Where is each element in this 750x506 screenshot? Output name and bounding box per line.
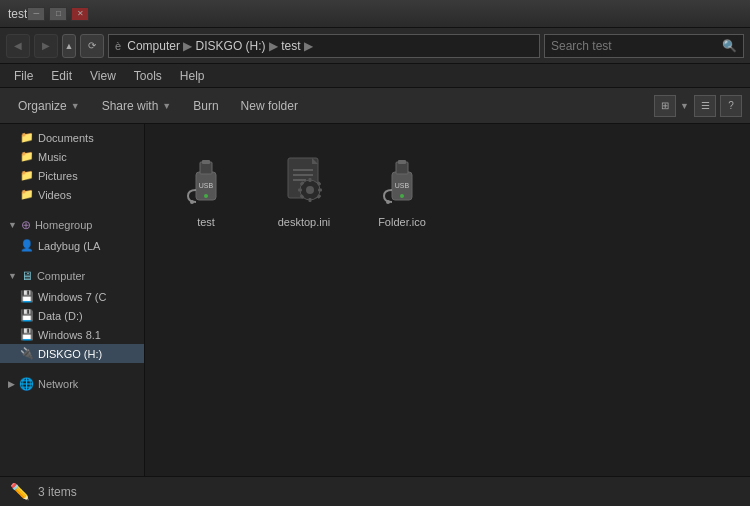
svg-point-5: [190, 200, 194, 204]
menu-tools[interactable]: Tools: [126, 67, 170, 85]
sidebar-item-pictures[interactable]: 📁 Pictures: [0, 166, 144, 185]
status-bar: ✏️ 3 items: [0, 476, 750, 506]
file-icon-folder-ico: USB: [370, 148, 434, 212]
file-item-folder-ico[interactable]: USB Folder.ico: [357, 140, 447, 236]
help-button[interactable]: ?: [720, 95, 742, 117]
sidebar: 📁 Documents 📁 Music 📁 Pictures 📁 Videos …: [0, 124, 145, 476]
svg-rect-16: [318, 189, 322, 192]
maximize-button[interactable]: □: [49, 7, 67, 21]
svg-text:USB: USB: [395, 182, 410, 189]
file-label-desktop-ini: desktop.ini: [278, 216, 331, 228]
drive-icon: 💾: [20, 290, 34, 303]
homegroup-icon: ⊕: [21, 218, 31, 232]
title-bar: test ─ □ ✕: [0, 0, 750, 28]
sidebar-section-computer: ▼ 🖥 Computer 💾 Windows 7 (C 💾 Data (D:) …: [0, 265, 144, 363]
svg-point-25: [400, 194, 404, 198]
search-box[interactable]: Search test 🔍: [544, 34, 744, 58]
address-bar: ◀ ▶ ▲ ⟳ è Computer ▶ DISKGO (H:) ▶ test …: [0, 28, 750, 64]
new-folder-button[interactable]: New folder: [231, 93, 308, 119]
sidebar-item-ladybug[interactable]: 👤 Ladybug (LA: [0, 236, 144, 255]
breadcrumb-path: Computer ▶ DISKGO (H:) ▶ test ▶: [127, 39, 313, 53]
svg-point-26: [386, 200, 390, 204]
file-item-test[interactable]: USB test: [161, 140, 251, 236]
title-text: test: [8, 7, 27, 21]
svg-point-12: [306, 186, 314, 194]
sidebar-item-documents[interactable]: 📁 Documents: [0, 128, 144, 147]
large-icons-button[interactable]: ⊞: [654, 95, 676, 117]
breadcrumb[interactable]: è Computer ▶ DISKGO (H:) ▶ test ▶: [108, 34, 540, 58]
sidebar-section-homegroup: ▼ ⊕ Homegroup 👤 Ladybug (LA: [0, 214, 144, 255]
close-button[interactable]: ✕: [71, 7, 89, 21]
network-icon: 🌐: [19, 377, 34, 391]
user-icon: 👤: [20, 239, 34, 252]
file-label-folder-ico: Folder.ico: [378, 216, 426, 228]
computer-icon: 🖥: [21, 269, 33, 283]
main-area: 📁 Documents 📁 Music 📁 Pictures 📁 Videos …: [0, 124, 750, 476]
breadcrumb-computer: è: [115, 40, 127, 52]
search-placeholder: Search test: [551, 39, 612, 53]
svg-rect-14: [309, 198, 312, 202]
sidebar-section-network: ▶ 🌐 Network: [0, 373, 144, 395]
search-icon: 🔍: [722, 39, 737, 53]
back-button[interactable]: ◀: [6, 34, 30, 58]
svg-point-4: [204, 194, 208, 198]
usb-drive-icon: 🔌: [20, 347, 34, 360]
folder-icon: 📁: [20, 131, 34, 144]
homegroup-group[interactable]: ▼ ⊕ Homegroup: [0, 214, 144, 236]
folder-icon: 📁: [20, 150, 34, 163]
sidebar-item-c-drive[interactable]: 💾 Windows 7 (C: [0, 287, 144, 306]
menu-edit[interactable]: Edit: [43, 67, 80, 85]
expand-icon: ▼: [8, 271, 17, 281]
svg-rect-23: [398, 160, 406, 164]
sidebar-item-d-drive[interactable]: 💾 Data (D:): [0, 306, 144, 325]
burn-button[interactable]: Burn: [183, 93, 228, 119]
up-button[interactable]: ▲: [62, 34, 76, 58]
folder-icon: 📁: [20, 188, 34, 201]
svg-rect-15: [298, 189, 302, 192]
forward-button[interactable]: ▶: [34, 34, 58, 58]
file-item-desktop-ini[interactable]: desktop.ini: [259, 140, 349, 236]
sidebar-item-music[interactable]: 📁 Music: [0, 147, 144, 166]
file-icon-desktop-ini: [272, 148, 336, 212]
expand-icon: ▼: [8, 220, 17, 230]
view-dropdown[interactable]: ▼: [680, 101, 690, 111]
status-icon: ✏️: [10, 482, 30, 501]
menu-help[interactable]: Help: [172, 67, 213, 85]
item-count: 3 items: [38, 485, 77, 499]
drive-icon: 💾: [20, 328, 34, 341]
sidebar-item-win81-drive[interactable]: 💾 Windows 8.1: [0, 325, 144, 344]
expand-icon: ▶: [8, 379, 15, 389]
refresh-button[interactable]: ⟳: [80, 34, 104, 58]
sidebar-item-videos[interactable]: 📁 Videos: [0, 185, 144, 204]
network-group[interactable]: ▶ 🌐 Network: [0, 373, 144, 395]
minimize-button[interactable]: ─: [27, 7, 45, 21]
menu-bar: File Edit View Tools Help: [0, 64, 750, 88]
menu-file[interactable]: File: [6, 67, 41, 85]
svg-rect-2: [202, 160, 210, 164]
computer-group[interactable]: ▼ 🖥 Computer: [0, 265, 144, 287]
file-icon-test: USB: [174, 148, 238, 212]
svg-rect-13: [309, 178, 312, 182]
drive-icon: 💾: [20, 309, 34, 322]
file-content-area: USB test: [145, 124, 750, 476]
svg-text:USB: USB: [199, 182, 214, 189]
details-view-button[interactable]: ☰: [694, 95, 716, 117]
folder-icon: 📁: [20, 169, 34, 182]
organize-button[interactable]: Organize ▼: [8, 93, 90, 119]
file-label-test: test: [197, 216, 215, 228]
view-controls: ⊞ ▼ ☰ ?: [654, 95, 742, 117]
sidebar-item-h-drive[interactable]: 🔌 DISKGO (H:): [0, 344, 144, 363]
share-with-button[interactable]: Share with ▼: [92, 93, 182, 119]
window-controls: ─ □ ✕: [27, 7, 89, 21]
sidebar-section-libraries: 📁 Documents 📁 Music 📁 Pictures 📁 Videos: [0, 128, 144, 204]
toolbar: Organize ▼ Share with ▼ Burn New folder …: [0, 88, 750, 124]
menu-view[interactable]: View: [82, 67, 124, 85]
